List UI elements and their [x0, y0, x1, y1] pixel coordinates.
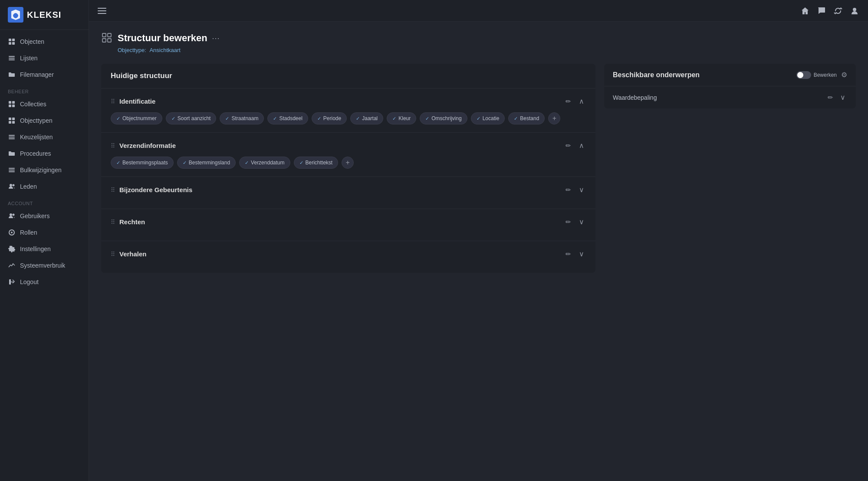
svg-rect-8 — [9, 101, 11, 104]
toggle-wrapper: Bewerken — [796, 71, 837, 79]
edit-rechten-button[interactable]: ✏ — [564, 217, 573, 227]
drag-handle-rechten[interactable]: ⠿ — [111, 219, 115, 226]
section-title-area-identificatie: ⠿ Identificatie — [111, 98, 155, 105]
section-title-area-rechten: ⠿ Rechten — [111, 218, 145, 226]
section-bijzondere-gebeurtenis: ⠿ Bijzondere Gebeurtenis ✏ ∨ — [101, 177, 595, 209]
sidebar-label-objecten: Objecten — [20, 38, 44, 45]
section-header-rechten: ⠿ Rechten ✏ ∨ — [111, 217, 586, 227]
edit-waardebepaling-button[interactable]: ✏ — [826, 93, 835, 102]
section-title-bijzondere: Bijzondere Gebeurtenis — [119, 186, 192, 193]
svg-rect-4 — [12, 42, 15, 45]
sidebar-label-lijsten: Lijsten — [20, 55, 37, 62]
expand-bijzondere-button[interactable]: ∨ — [577, 185, 586, 195]
drag-handle-verhalen[interactable]: ⠿ — [111, 251, 115, 258]
sidebar-item-gebruikers[interactable]: Gebruikers — [0, 208, 89, 224]
tag-berichttekst: ✓ Berichttekst — [294, 157, 339, 169]
section-title-verzendinformatie: Verzendinformatie — [119, 142, 176, 149]
right-panel-controls: Bewerken ⚙ — [796, 71, 847, 79]
sidebar-item-bulkwijzigingen[interactable]: Bulkwijzigingen — [0, 162, 89, 178]
sidebar-label-instellingen: Instellingen — [20, 245, 51, 252]
user-icon[interactable] — [850, 6, 859, 16]
drag-handle-identificatie[interactable]: ⠿ — [111, 98, 115, 105]
sidebar-item-leden[interactable]: Leden — [0, 178, 89, 195]
expand-rechten-button[interactable]: ∨ — [577, 217, 586, 227]
edit-verzendinformatie-button[interactable]: ✏ — [564, 141, 573, 151]
check-icon: ✓ — [116, 160, 120, 166]
add-tag-identificatie-button[interactable]: + — [548, 112, 560, 124]
tag-label: Soort aanzicht — [178, 115, 211, 121]
collapse-verzendinformatie-button[interactable]: ∧ — [577, 141, 586, 151]
expand-verhalen-button[interactable]: ∨ — [577, 249, 586, 259]
section-title-identificatie: Identificatie — [119, 98, 155, 105]
settings-gear-button[interactable]: ⚙ — [841, 71, 847, 79]
drag-handle-bijzondere[interactable]: ⠿ — [111, 187, 115, 193]
sidebar-label-systeemverbruik: Systeemverbruik — [20, 262, 65, 269]
drag-handle-verzendinformatie[interactable]: ⠿ — [111, 142, 115, 149]
tag-label: Stadsdeel — [279, 115, 302, 121]
bewerken-toggle[interactable] — [796, 71, 811, 79]
beheer-section-label: Beheer — [0, 83, 89, 96]
tags-verzendinformatie: ✓ Bestemmingsplaats ✓ Bestemmingsland ✓ … — [111, 157, 586, 169]
gebruikers-icon — [8, 212, 16, 220]
sidebar-label-rollen: Rollen — [20, 229, 37, 236]
sidebar-label-objecttypen: Objecttypen — [20, 117, 53, 124]
home-icon[interactable] — [800, 6, 810, 16]
edit-bijzondere-button[interactable]: ✏ — [564, 185, 573, 195]
section-actions-verhalen: ✏ ∨ — [564, 249, 586, 259]
add-tag-verzendinformatie-button[interactable]: + — [342, 157, 354, 169]
structure-card: Huidige structuur ⠿ Identificatie ✏ ∧ — [101, 64, 595, 273]
tag-locatie: ✓ Locatie — [471, 112, 505, 124]
tag-label: Kleur — [398, 115, 411, 121]
check-icon: ✓ — [392, 116, 396, 121]
check-icon: ✓ — [245, 160, 249, 166]
svg-rect-14 — [9, 121, 11, 124]
check-icon: ✓ — [317, 116, 321, 121]
topbar-icons — [800, 6, 859, 16]
sidebar-label-filemanager: Filemanager — [20, 71, 54, 78]
sidebar-item-keuzelijsten[interactable]: Keuzelijsten — [0, 129, 89, 145]
check-icon: ✓ — [225, 116, 229, 121]
tag-label: Bestand — [520, 115, 539, 121]
sidebar-item-lijsten[interactable]: Lijsten — [0, 50, 89, 66]
page-header: Structuur bewerken ⋯ — [101, 32, 856, 44]
section-verzendinformatie: ⠿ Verzendinformatie ✏ ∧ ✓ Bestemmi — [101, 133, 595, 177]
sidebar-item-objecten[interactable]: Objecten — [0, 33, 89, 50]
account-section-label: Account — [0, 195, 89, 208]
sidebar-item-instellingen[interactable]: Instellingen — [0, 241, 89, 257]
sidebar-item-systeemverbruik[interactable]: Systeemverbruik — [0, 257, 89, 274]
sidebar-item-rollen[interactable]: Rollen — [0, 224, 89, 241]
edit-identificatie-button[interactable]: ✏ — [564, 97, 573, 106]
sidebar-label-gebruikers: Gebruikers — [20, 213, 49, 219]
chat-icon[interactable] — [817, 6, 826, 16]
right-panel-title: Beschikbare onderwerpen — [613, 71, 700, 79]
expand-waardebepaling-button[interactable]: ∨ — [838, 92, 847, 102]
tags-identificatie: ✓ Objectnummer ✓ Soort aanzicht ✓ Straat… — [111, 112, 586, 124]
sidebar-item-filemanager[interactable]: Filemanager — [0, 66, 89, 83]
tag-label: Objectnummer — [122, 115, 157, 121]
procedures-icon — [8, 150, 16, 157]
logout-icon — [8, 278, 16, 286]
more-icon[interactable]: ⋯ — [212, 33, 220, 43]
topbar — [89, 0, 868, 22]
tag-label: Jaartal — [362, 115, 378, 121]
sidebar-item-logout[interactable]: Logout — [0, 274, 89, 290]
tag-bestemmingsland: ✓ Bestemmingsland — [177, 157, 236, 169]
section-rechten: ⠿ Rechten ✏ ∨ — [101, 209, 595, 241]
sidebar-item-procedures[interactable]: Procedures — [0, 145, 89, 162]
svg-rect-7 — [9, 59, 15, 60]
sidebar-item-collecties[interactable]: Collecties — [0, 96, 89, 112]
sidebar-item-objecttypen[interactable]: Objecttypen — [0, 112, 89, 129]
edit-verhalen-button[interactable]: ✏ — [564, 249, 573, 259]
rollen-icon — [8, 229, 16, 236]
refresh-icon[interactable] — [833, 6, 843, 16]
menu-icon[interactable] — [98, 8, 106, 14]
keuzelijsten-icon — [8, 133, 16, 141]
section-title-area-bijzondere: ⠿ Bijzondere Gebeurtenis — [111, 186, 192, 193]
sidebar-label-keuzelijsten: Keuzelijsten — [20, 134, 53, 141]
item-name-waardebepaling: Waardebepaling — [613, 94, 657, 101]
collapse-identificatie-button[interactable]: ∧ — [577, 96, 586, 106]
tag-label: Verzenddatum — [251, 160, 284, 166]
subtitle-prefix: Objecttype: — [118, 47, 146, 53]
sidebar-label-logout: Logout — [20, 278, 39, 285]
tag-label: Locatie — [483, 115, 500, 121]
